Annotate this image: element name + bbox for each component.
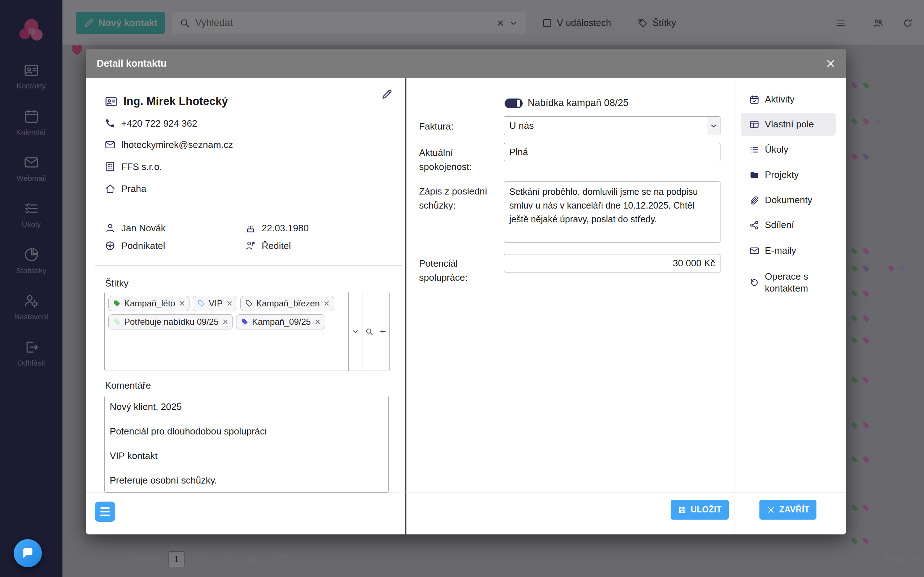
plus-icon [379,327,387,336]
nav-item-dokumenty[interactable]: Dokumenty [741,189,835,211]
contact-name-row: Ing. Mirek Lhotecký [105,94,228,109]
contact-phone: +420 722 924 362 [121,118,197,129]
left-panel-menu-button[interactable] [95,501,115,522]
potencial-input[interactable] [504,254,721,272]
contact-detail-modal: Detail kontaktu × Ing. Mirek Lhotecký +4… [86,49,846,534]
search-icon [365,327,374,336]
faktura-value: U nás [504,120,534,131]
faktura-label: Faktura: [419,119,503,134]
contact-company-row: FFS s.r.o. [105,160,162,174]
person-icon [105,222,116,234]
tag-chip[interactable]: Kampaň_09/25 × [236,314,325,329]
campaign-section-label: Nabídka kampaň 08/25 [528,97,628,109]
contact-email-row: lhoteckymirek@seznam.cz [105,137,233,152]
contact-owner-row: Jan Novák [105,221,166,235]
nav-item-label: Vlastní pole [765,119,814,130]
panel-splitter[interactable] [405,78,406,534]
building-icon [105,161,116,172]
tags-add-button[interactable] [376,292,389,371]
edit-contact-button[interactable] [379,86,395,102]
potencial-label: Potenciál spolupráce: [419,256,503,285]
steering-wheel-icon [105,240,116,251]
contact-company: FFS s.r.o. [121,161,162,172]
tag-remove-icon[interactable]: × [223,316,229,328]
toggle-knob [517,100,520,107]
zapis-textarea[interactable]: Setkání proběhlo, domluvili jsme se na p… [504,182,721,242]
nav-item-label: E-maily [765,245,796,256]
chevron-down-icon [351,327,360,336]
save-button[interactable]: ULOŽIT [671,500,729,520]
chat-widget-button[interactable] [14,539,42,567]
nav-item-label: Úkoly [765,144,788,155]
spokojenost-label: Aktuální spokojenost: [419,146,503,174]
tag-chip[interactable]: VIP × [193,296,237,311]
tag-remove-icon[interactable]: × [315,316,321,328]
close-icon[interactable]: × [826,56,835,71]
tag-icon [245,300,253,308]
comments-section-label: Komentáře [105,380,151,391]
zapis-label: Zápis z poslední schůzky: [419,184,503,213]
tag-chip[interactable]: Kampaň_březen × [240,296,334,311]
faktura-select[interactable]: U nás [504,116,721,135]
tags-collapse-button[interactable] [348,292,362,371]
spokojenost-input[interactable] [504,143,721,161]
nav-item-ukoly[interactable]: Úkoly [741,138,835,161]
nav-item-emaily[interactable]: E-maily [741,239,835,262]
tag-remove-icon[interactable]: × [179,298,185,309]
envelope-icon [749,246,760,256]
contact-owner: Jan Novák [121,222,166,234]
divider [95,265,402,266]
nav-item-label: Dokumenty [765,195,813,206]
tag-chip-list: Kampaň_léto × VIP × Kampaň_březen × Potř… [105,292,348,371]
contact-role-row: Ředitel [245,239,291,253]
modal-title: Detail kontaktu [97,58,167,69]
nav-item-label: Projekty [765,169,799,181]
footer-divider [86,493,846,493]
tag-chip[interactable]: Kampaň_léto × [108,296,189,311]
nav-item-aktivity[interactable]: Aktivity [741,88,835,111]
pencil-icon [381,88,393,100]
detail-section-nav: Aktivity Vlastní pole Úkoly Projekty Dok… [734,78,846,534]
tag-chip[interactable]: Potřebuje nabídku 09/25 × [108,314,233,329]
nav-item-label: Aktivity [765,94,794,105]
calendar-check-icon [749,95,760,105]
chat-bubble-icon [21,546,35,561]
select-dropdown-button[interactable] [707,116,720,135]
custom-fields-icon [749,119,760,129]
tag-remove-icon[interactable]: × [324,298,329,309]
contact-role: Ředitel [262,240,291,251]
contact-phone-row: +420 722 924 362 [105,116,197,131]
tag-label: Kampaň_březen [256,298,320,308]
modal-body: Ing. Mirek Lhotecký +420 722 924 362 lho… [86,78,846,534]
campaign-toggle[interactable] [505,98,522,108]
close-x-icon [766,505,776,514]
nav-item-vlastni-pole[interactable]: Vlastní pole [741,113,835,136]
contact-segment: Podnikatel [121,240,165,251]
tags-search-button[interactable] [362,292,376,371]
nav-item-sdileni[interactable]: Sdílení [741,214,835,236]
modal-header: Detail kontaktu × [86,49,846,78]
contact-segment-row: Podnikatel [105,239,165,253]
save-button-label: ULOŽIT [690,505,721,514]
nav-item-operace-s-kontaktem[interactable]: Operace s kontaktem [741,264,835,301]
contact-city-row: Praha [105,182,146,196]
divider [95,208,402,208]
comments-textarea[interactable]: Nový klient, 2025 Potenciál pro dlouhodo… [104,396,389,493]
task-list-icon [749,145,760,155]
home-icon [105,183,116,194]
close-button[interactable]: ZAVŘÍT [760,500,816,520]
birthday-cake-icon [245,222,256,234]
tag-icon [113,300,121,308]
tag-label: Potřebuje nabídku 09/25 [124,317,219,327]
save-icon [677,505,687,514]
tag-icon [197,300,205,308]
contact-name: Ing. Mirek Lhotecký [123,95,228,108]
tag-remove-icon[interactable]: × [227,298,232,309]
history-icon [749,277,760,288]
tag-label: Kampaň_09/25 [252,317,311,327]
contact-card-icon [105,95,118,108]
contact-email: lhoteckymirek@seznam.cz [121,139,233,150]
tag-label: Kampaň_léto [124,298,175,308]
nav-item-projekty[interactable]: Projekty [741,163,835,186]
tag-label: VIP [209,298,223,308]
